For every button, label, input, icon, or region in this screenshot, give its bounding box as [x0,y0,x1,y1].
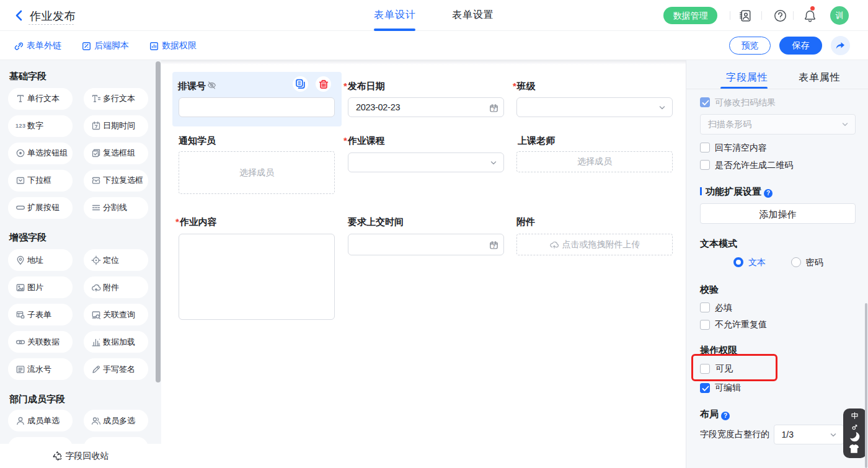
svg-text:7: 7 [492,244,495,249]
